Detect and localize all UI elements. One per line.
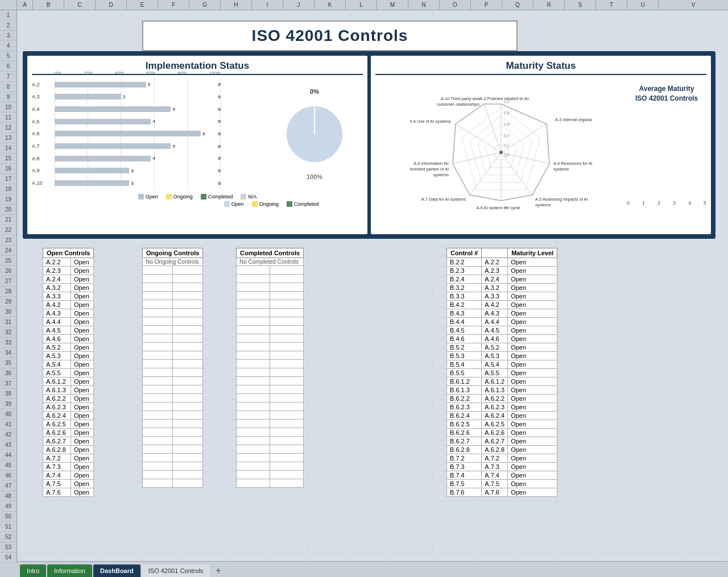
table-row: B.7.2A.7.2Open (447, 454, 557, 463)
svg-text:A.6 AI system life cycle: A.6 AI system life cycle (477, 205, 520, 210)
table-row: A.5.5Open (43, 369, 94, 377)
table-row: A.3.2Open (43, 284, 94, 292)
table-row: A.2.2Open (43, 258, 94, 267)
ongoing-controls-header: Ongoing Controls (143, 248, 203, 258)
bar-label-a7: A.7 (32, 143, 53, 149)
table-row: B.7.5A.7.5Open (447, 480, 557, 488)
table-row: A.7.2Open (43, 454, 94, 463)
maturity-col1-header: Control # (447, 248, 482, 258)
svg-text:0,0: 0,0 (504, 153, 510, 157)
table-row: A.5.3Open (43, 352, 94, 360)
table-row: B.6.2.8A.6.2.8Open (447, 446, 557, 454)
bottom-tabs: Intro Information DashBoard ISO 42001 Co… (0, 561, 728, 577)
table-row: A.6.2.3Open (43, 403, 94, 412)
table-row: B.6.2.7A.6.2.7Open (447, 437, 557, 446)
maturity-table-container: Control # Maturity Level B.2.2A.2.2OpenB… (446, 248, 557, 497)
table-row: A.2.3Open (43, 267, 94, 275)
table-row: B.6.2.6A.6.2.6Open (447, 429, 557, 437)
svg-text:A.3 Internal organization: A.3 Internal organization (555, 117, 592, 122)
table-row: B.6.2.4A.6.2.4Open (447, 412, 557, 420)
table-row: A.4.6Open (43, 335, 94, 343)
bar-chart-legend: Open Ongoing Completed N/A (32, 194, 363, 200)
open-controls-table: Open Controls A.2.2OpenA.2.3OpenA.2.4Ope… (43, 248, 94, 497)
svg-text:A.5 Assessing Impacts of AI: A.5 Assessing Impacts of AI (535, 197, 588, 202)
table-row: A.7.6Open (43, 488, 94, 497)
table-row: A.7.5Open (43, 480, 94, 488)
svg-point-17 (499, 151, 503, 154)
pie-chart (278, 97, 351, 171)
tab-information[interactable]: Information (47, 564, 92, 577)
table-row: A.7.4Open (43, 471, 94, 480)
bar-label-a2: A.2 (32, 82, 53, 88)
dashboard-container: Implementation Status A.2 A.3 A.4 A.5 A.… (23, 51, 715, 239)
radar-chart: 1,0 0,8 0,6 0,4 0,2 0,0 A.2 Policies rel… (410, 84, 592, 221)
table-row: B.6.1.3A.6.1.3Open (447, 386, 557, 395)
table-row: B.6.2.3A.6.2.3Open (447, 403, 557, 412)
table-row: A.4.4Open (43, 318, 94, 326)
table-row: B.7.4A.7.4Open (447, 471, 557, 480)
page-title: ISO 42001 Controls (252, 27, 408, 45)
table-row: A.6.2.6Open (43, 429, 94, 437)
table-row: B.2.4A.2.4Open (447, 275, 557, 284)
pie-top-label: 0% (310, 88, 319, 95)
ongoing-controls-table: Ongoing Controls No Ongoing Controls (142, 248, 203, 488)
row-numbers: 123 456 789 101112 131415 161718 192021 … (0, 10, 17, 563)
implementation-panel: Implementation Status A.2 A.3 A.4 A.5 A.… (27, 56, 367, 234)
bar-label-a9: A.9 (32, 168, 53, 173)
maturity-level-table: Control # Maturity Level B.2.2A.2.2OpenB… (446, 248, 557, 497)
table-row: B.3.2A.3.2Open (447, 284, 557, 292)
svg-text:0,4: 0,4 (504, 134, 510, 138)
table-row: A.4.2Open (43, 301, 94, 309)
tab-add[interactable]: + (211, 564, 225, 577)
maturity-col2-header (482, 248, 508, 258)
open-controls-table-container: Open Controls A.2.2OpenA.2.3OpenA.2.4Ope… (43, 248, 94, 497)
table-row: B.7.6A.7.6Open (447, 488, 557, 497)
table-row: A.5.4Open (43, 360, 94, 369)
table-row: B.4.6A.4.6Open (447, 335, 557, 343)
col-headers: A B C D E F G H I J K L M N O P Q R S T … (0, 0, 728, 10)
table-row: B.6.2.2A.6.2.2Open (447, 395, 557, 403)
ongoing-controls-table-container: Ongoing Controls No Ongoing Controls (142, 248, 203, 488)
bar-label-a8: A.8 (32, 156, 53, 161)
pie-bottom-label: 100% (307, 173, 322, 180)
table-row: A.6.2.8Open (43, 446, 94, 454)
table-row: B.4.2A.4.2Open (447, 301, 557, 309)
table-row: B.6.2.5A.6.2.5Open (447, 420, 557, 429)
table-row: A.2.4Open (43, 275, 94, 284)
open-controls-header: Open Controls (43, 248, 94, 258)
bar-label-a5: A.5 (32, 119, 53, 124)
svg-line-8 (501, 124, 547, 152)
tab-iso-controls[interactable]: ISO 42001 Controls (142, 564, 210, 577)
bar-label-a10: A.10 (32, 180, 53, 186)
svg-text:0,6: 0,6 (504, 122, 510, 126)
table-row: B.5.5A.5.5Open (447, 369, 557, 377)
svg-text:A.8 Information for: A.8 Information for (413, 161, 449, 166)
table-row: A.7.3Open (43, 463, 94, 471)
svg-text:A.9 Use of AI systems: A.9 Use of AI systems (410, 119, 451, 124)
title-box: ISO 42001 Controls (142, 20, 518, 51)
tab-intro[interactable]: Intro (20, 564, 46, 577)
table-row: B.2.2A.2.2Open (447, 258, 557, 267)
svg-line-15 (484, 104, 501, 152)
svg-text:0,2: 0,2 (504, 143, 510, 147)
maturity-panel: Maturity Status (371, 56, 711, 234)
table-row: B.3.3A.3.3Open (447, 292, 557, 301)
table-row: A.6.1.2Open (43, 377, 94, 386)
tab-dashboard[interactable]: DashBoard (93, 564, 140, 577)
svg-text:systems: systems (433, 172, 449, 177)
bar-label-a6: A.6 (32, 131, 53, 136)
table-row: B.5.3A.5.3Open (447, 352, 557, 360)
table-row: B.7.3A.7.3Open (447, 463, 557, 471)
table-row: B.5.2A.5.2Open (447, 343, 557, 352)
maturity-col3-header: Maturity Level (508, 248, 557, 258)
svg-line-14 (456, 124, 501, 152)
svg-text:interested parties of AI: interested parties of AI (410, 167, 449, 172)
table-row: B.4.4A.4.4Open (447, 318, 557, 326)
bar-label-a3: A.3 (32, 94, 53, 99)
table-row: A.6.2.7Open (43, 437, 94, 446)
table-row: B.5.4A.5.4Open (447, 360, 557, 369)
avg-maturity-label: Average MaturityISO 42001 Controls (627, 84, 706, 103)
completed-empty-msg: No Completed Controls (237, 258, 304, 266)
svg-text:0,8: 0,8 (504, 111, 510, 115)
svg-text:customer relationships: customer relationships (437, 102, 479, 107)
